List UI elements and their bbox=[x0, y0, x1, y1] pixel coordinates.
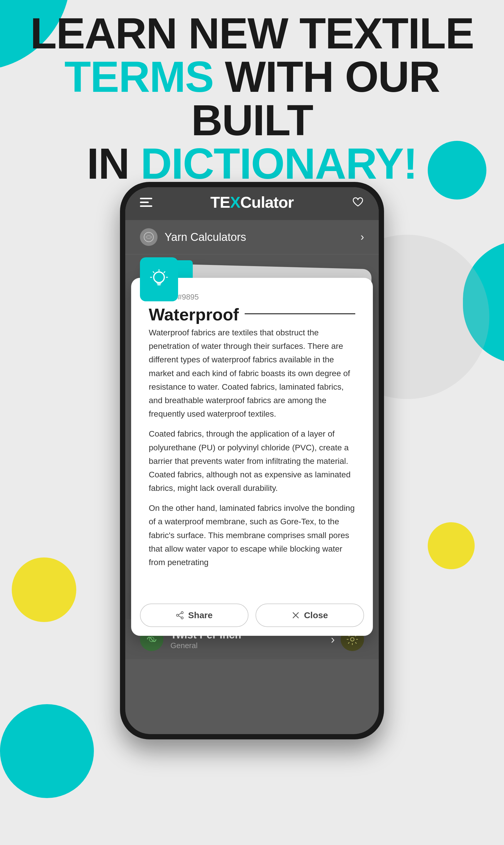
card-stack-area: Term ID #9895 Waterproof Waterproof fabr… bbox=[125, 254, 379, 659]
hamburger-line bbox=[140, 198, 152, 199]
header-terms: TERMS bbox=[64, 53, 213, 101]
header-in: IN bbox=[87, 139, 141, 188]
header-section: LEARN NEW TEXTILE TERMS WITH OUR BUILT I… bbox=[0, 12, 504, 185]
yarn-calc-label: Yarn Calculators bbox=[165, 231, 246, 244]
svg-point-15 bbox=[350, 637, 354, 641]
header-with: WITH OUR BUILT bbox=[191, 53, 440, 144]
yarn-calc-icon bbox=[140, 228, 158, 246]
yarn-calc-left: Yarn Calculators bbox=[140, 228, 246, 246]
term-title-row: Waterproof bbox=[149, 305, 355, 324]
hamburger-line bbox=[140, 201, 149, 203]
yarn-calculators-row[interactable]: Yarn Calculators › bbox=[125, 220, 379, 254]
svg-point-9 bbox=[177, 614, 179, 616]
svg-line-3 bbox=[164, 272, 165, 273]
term-id: Term ID #9895 bbox=[149, 292, 355, 302]
phone-wrapper: TEXCulator Yarn Cal bbox=[120, 182, 384, 739]
term-desc-p2: Coated fabrics, through the application … bbox=[149, 427, 355, 495]
logo-x: X bbox=[230, 193, 240, 211]
svg-point-8 bbox=[181, 617, 183, 619]
header-line3: IN DICTIONARY! bbox=[23, 142, 481, 185]
logo-tex: TE bbox=[210, 193, 230, 211]
logo-culator: Culator bbox=[240, 193, 294, 211]
header-line2: TERMS WITH OUR BUILT bbox=[23, 55, 481, 142]
term-desc-p1: Waterproof fabrics are textiles that obs… bbox=[149, 326, 355, 421]
hamburger-menu-icon[interactable] bbox=[140, 198, 152, 207]
svg-point-1 bbox=[154, 272, 164, 283]
svg-line-11 bbox=[179, 616, 181, 617]
term-name: Waterproof bbox=[149, 305, 239, 324]
yarn-calc-chevron: › bbox=[361, 231, 364, 243]
term-desc-p3: On the other hand, laminated fabrics inv… bbox=[149, 501, 355, 569]
header-dictionary: DICTIONARY! bbox=[141, 139, 417, 188]
heart-icon[interactable] bbox=[352, 195, 364, 209]
share-icon bbox=[176, 611, 184, 619]
share-label: Share bbox=[188, 610, 212, 620]
svg-line-10 bbox=[179, 613, 181, 615]
main-dictionary-card: Term ID #9895 Waterproof Waterproof fabr… bbox=[131, 278, 373, 636]
hamburger-line bbox=[140, 205, 152, 207]
phone-outer: TEXCulator Yarn Cal bbox=[120, 182, 384, 739]
term-underline bbox=[245, 313, 355, 314]
close-button[interactable]: Close bbox=[255, 604, 364, 627]
svg-point-7 bbox=[181, 612, 183, 614]
card-buttons: Share Close bbox=[140, 604, 364, 627]
app-logo: TEXCulator bbox=[210, 193, 294, 211]
app-header: TEXCulator bbox=[125, 187, 379, 220]
header-line1: LEARN NEW TEXTILE bbox=[23, 12, 481, 55]
lightbulb-card bbox=[140, 257, 178, 301]
close-icon bbox=[292, 611, 300, 619]
phone-screen: TEXCulator Yarn Cal bbox=[125, 187, 379, 734]
term-description: Waterproof fabrics are textiles that obs… bbox=[149, 326, 355, 569]
bottom-item-subtitle: General bbox=[170, 641, 241, 650]
svg-line-4 bbox=[153, 272, 154, 273]
close-label: Close bbox=[304, 610, 328, 620]
share-button[interactable]: Share bbox=[140, 604, 249, 627]
